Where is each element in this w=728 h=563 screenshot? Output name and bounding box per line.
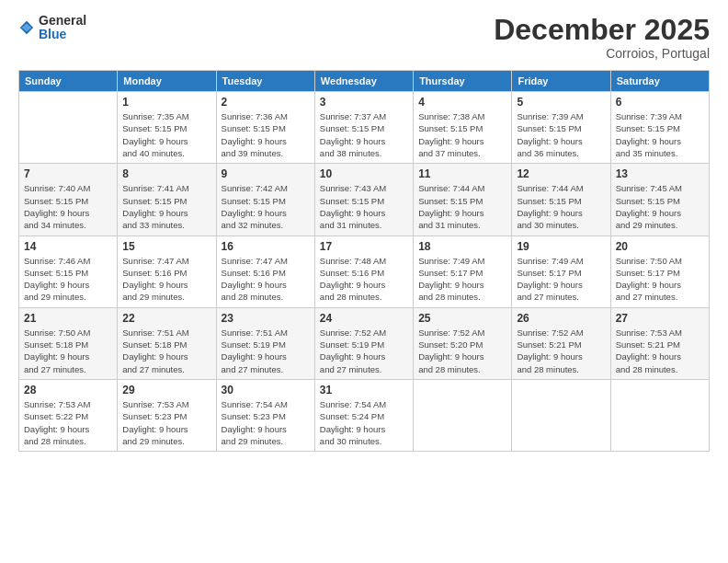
day-info: Sunrise: 7:36 AMSunset: 5:15 PMDaylight:… <box>222 110 310 159</box>
calendar-cell: 4Sunrise: 7:38 AMSunset: 5:15 PMDaylight… <box>414 92 512 164</box>
day-info: Sunrise: 7:43 AMSunset: 5:15 PMDaylight:… <box>320 182 408 231</box>
calendar-cell <box>610 379 709 451</box>
day-info: Sunrise: 7:38 AMSunset: 5:15 PMDaylight:… <box>418 110 506 159</box>
day-number: 20 <box>616 240 704 253</box>
calendar-cell <box>512 379 610 451</box>
day-info: Sunrise: 7:53 AMSunset: 5:22 PMDaylight:… <box>24 398 112 447</box>
day-number: 23 <box>222 312 310 325</box>
day-info: Sunrise: 7:44 AMSunset: 5:15 PMDaylight:… <box>418 182 506 231</box>
calendar-cell: 1Sunrise: 7:35 AMSunset: 5:15 PMDaylight… <box>118 92 216 164</box>
logo-icon <box>18 19 35 36</box>
day-number: 7 <box>24 167 112 180</box>
calendar-cell: 8Sunrise: 7:41 AMSunset: 5:15 PMDaylight… <box>118 164 216 236</box>
day-info: Sunrise: 7:35 AMSunset: 5:15 PMDaylight:… <box>122 110 210 159</box>
day-info: Sunrise: 7:44 AMSunset: 5:15 PMDaylight:… <box>517 182 605 231</box>
calendar-cell: 19Sunrise: 7:49 AMSunset: 5:17 PMDayligh… <box>512 236 610 307</box>
calendar-week: 21Sunrise: 7:50 AMSunset: 5:18 PMDayligh… <box>19 307 710 379</box>
calendar-cell: 28Sunrise: 7:53 AMSunset: 5:22 PMDayligh… <box>19 379 118 451</box>
calendar-cell <box>414 379 512 451</box>
weekday-header: Saturday <box>610 71 709 92</box>
logo: General Blue <box>18 14 86 42</box>
header: General Blue December 2025 Corroios, Por… <box>18 14 710 61</box>
day-info: Sunrise: 7:51 AMSunset: 5:19 PMDaylight:… <box>222 327 310 375</box>
day-info: Sunrise: 7:40 AMSunset: 5:15 PMDaylight:… <box>24 182 112 231</box>
day-info: Sunrise: 7:51 AMSunset: 5:18 PMDaylight:… <box>122 327 210 375</box>
day-info: Sunrise: 7:47 AMSunset: 5:16 PMDaylight:… <box>222 255 310 304</box>
calendar-cell: 24Sunrise: 7:52 AMSunset: 5:19 PMDayligh… <box>314 307 413 379</box>
title-block: December 2025 Corroios, Portugal <box>494 14 710 61</box>
day-number: 13 <box>616 167 704 180</box>
calendar-cell: 16Sunrise: 7:47 AMSunset: 5:16 PMDayligh… <box>216 236 314 307</box>
day-info: Sunrise: 7:52 AMSunset: 5:19 PMDaylight:… <box>320 327 408 375</box>
calendar-week: 7Sunrise: 7:40 AMSunset: 5:15 PMDaylight… <box>19 164 710 236</box>
day-number: 10 <box>320 167 408 180</box>
calendar-cell <box>19 92 118 164</box>
calendar-cell: 14Sunrise: 7:46 AMSunset: 5:15 PMDayligh… <box>19 236 118 307</box>
day-number: 4 <box>418 96 506 109</box>
day-info: Sunrise: 7:48 AMSunset: 5:16 PMDaylight:… <box>320 255 408 304</box>
day-number: 5 <box>517 96 605 109</box>
calendar-cell: 29Sunrise: 7:53 AMSunset: 5:23 PMDayligh… <box>118 379 216 451</box>
day-number: 31 <box>320 384 408 396</box>
calendar-cell: 13Sunrise: 7:45 AMSunset: 5:15 PMDayligh… <box>610 164 709 236</box>
weekday-header: Sunday <box>19 71 118 92</box>
day-number: 8 <box>122 167 210 180</box>
calendar-cell: 15Sunrise: 7:47 AMSunset: 5:16 PMDayligh… <box>118 236 216 307</box>
calendar-week: 28Sunrise: 7:53 AMSunset: 5:22 PMDayligh… <box>19 379 710 451</box>
day-info: Sunrise: 7:54 AMSunset: 5:23 PMDaylight:… <box>222 398 310 447</box>
day-number: 9 <box>222 167 310 180</box>
calendar-cell: 23Sunrise: 7:51 AMSunset: 5:19 PMDayligh… <box>216 307 314 379</box>
day-number: 19 <box>517 240 605 253</box>
calendar-cell: 6Sunrise: 7:39 AMSunset: 5:15 PMDaylight… <box>610 92 709 164</box>
calendar-cell: 31Sunrise: 7:54 AMSunset: 5:24 PMDayligh… <box>314 379 413 451</box>
weekday-header: Thursday <box>414 71 512 92</box>
day-number: 18 <box>418 240 506 253</box>
day-info: Sunrise: 7:45 AMSunset: 5:15 PMDaylight:… <box>616 182 704 231</box>
calendar-cell: 26Sunrise: 7:52 AMSunset: 5:21 PMDayligh… <box>512 307 610 379</box>
weekday-header: Wednesday <box>314 71 413 92</box>
day-info: Sunrise: 7:53 AMSunset: 5:21 PMDaylight:… <box>616 327 704 375</box>
calendar-cell: 5Sunrise: 7:39 AMSunset: 5:15 PMDaylight… <box>512 92 610 164</box>
weekday-header: Friday <box>512 71 610 92</box>
day-info: Sunrise: 7:50 AMSunset: 5:17 PMDaylight:… <box>616 255 704 304</box>
day-number: 25 <box>418 312 506 325</box>
day-number: 11 <box>418 167 506 180</box>
day-number: 26 <box>517 312 605 325</box>
day-info: Sunrise: 7:54 AMSunset: 5:24 PMDaylight:… <box>320 398 408 447</box>
day-number: 3 <box>320 96 408 109</box>
calendar-cell: 30Sunrise: 7:54 AMSunset: 5:23 PMDayligh… <box>216 379 314 451</box>
day-info: Sunrise: 7:47 AMSunset: 5:16 PMDaylight:… <box>122 255 210 304</box>
calendar-table: SundayMondayTuesdayWednesdayThursdayFrid… <box>18 70 710 452</box>
calendar-cell: 17Sunrise: 7:48 AMSunset: 5:16 PMDayligh… <box>314 236 413 307</box>
day-number: 24 <box>320 312 408 325</box>
calendar-cell: 3Sunrise: 7:37 AMSunset: 5:15 PMDaylight… <box>314 92 413 164</box>
day-number: 12 <box>517 167 605 180</box>
day-number: 16 <box>222 240 310 253</box>
calendar-cell: 22Sunrise: 7:51 AMSunset: 5:18 PMDayligh… <box>118 307 216 379</box>
calendar-cell: 18Sunrise: 7:49 AMSunset: 5:17 PMDayligh… <box>414 236 512 307</box>
day-info: Sunrise: 7:52 AMSunset: 5:20 PMDaylight:… <box>418 327 506 375</box>
day-info: Sunrise: 7:49 AMSunset: 5:17 PMDaylight:… <box>418 255 506 304</box>
calendar-cell: 25Sunrise: 7:52 AMSunset: 5:20 PMDayligh… <box>414 307 512 379</box>
day-number: 17 <box>320 240 408 253</box>
calendar-cell: 2Sunrise: 7:36 AMSunset: 5:15 PMDaylight… <box>216 92 314 164</box>
day-info: Sunrise: 7:41 AMSunset: 5:15 PMDaylight:… <box>122 182 210 231</box>
day-number: 6 <box>616 96 704 109</box>
calendar-cell: 12Sunrise: 7:44 AMSunset: 5:15 PMDayligh… <box>512 164 610 236</box>
day-number: 1 <box>122 96 210 109</box>
header-row: SundayMondayTuesdayWednesdayThursdayFrid… <box>19 71 710 92</box>
day-number: 2 <box>222 96 310 109</box>
subtitle: Corroios, Portugal <box>494 46 710 61</box>
day-info: Sunrise: 7:42 AMSunset: 5:15 PMDaylight:… <box>222 182 310 231</box>
logo-text: General Blue <box>39 14 86 42</box>
calendar-cell: 9Sunrise: 7:42 AMSunset: 5:15 PMDaylight… <box>216 164 314 236</box>
weekday-header: Monday <box>118 71 216 92</box>
page-container: General Blue December 2025 Corroios, Por… <box>0 0 728 563</box>
day-info: Sunrise: 7:37 AMSunset: 5:15 PMDaylight:… <box>320 110 408 159</box>
day-number: 22 <box>122 312 210 325</box>
calendar-week: 14Sunrise: 7:46 AMSunset: 5:15 PMDayligh… <box>19 236 710 307</box>
calendar-cell: 20Sunrise: 7:50 AMSunset: 5:17 PMDayligh… <box>610 236 709 307</box>
day-number: 29 <box>122 384 210 396</box>
calendar-cell: 7Sunrise: 7:40 AMSunset: 5:15 PMDaylight… <box>19 164 118 236</box>
day-info: Sunrise: 7:52 AMSunset: 5:21 PMDaylight:… <box>517 327 605 375</box>
